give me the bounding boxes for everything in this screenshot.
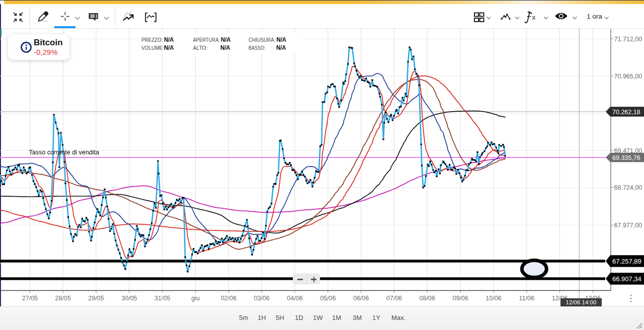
svg-text:07/06: 07/06 <box>386 295 402 302</box>
svg-text:VOLUME:: VOLUME: <box>141 45 164 51</box>
svg-text:Tasso corrente di vendita: Tasso corrente di vendita <box>29 148 100 156</box>
svg-text:BASSO:: BASSO: <box>249 45 266 51</box>
svg-text:28/05: 28/05 <box>55 295 71 302</box>
svg-text:08/06: 08/06 <box>420 295 435 302</box>
svg-text:12/06 14:00: 12/06 14:00 <box>566 299 597 305</box>
svg-text:N/A: N/A <box>277 36 287 43</box>
svg-text:N/A: N/A <box>276 44 286 51</box>
svg-text:05/06: 05/06 <box>320 295 336 302</box>
svg-text:02/06: 02/06 <box>221 295 236 302</box>
svg-text:1 ora: 1 ora <box>587 13 602 20</box>
svg-text:09/06: 09/06 <box>452 295 468 302</box>
svg-text:67.977,00: 67.977,00 <box>614 222 642 229</box>
svg-text:ALTO:: ALTO: <box>193 45 208 51</box>
svg-text:29/05: 29/05 <box>88 295 104 302</box>
svg-text:69.335,76: 69.335,76 <box>612 154 640 161</box>
svg-text:CHIUSURA:: CHIUSURA: <box>249 37 276 43</box>
svg-text:03/06: 03/06 <box>254 295 269 302</box>
svg-text:04/06: 04/06 <box>287 295 302 302</box>
svg-text:30/05: 30/05 <box>121 295 137 302</box>
svg-text:10/06: 10/06 <box>486 295 501 302</box>
svg-text:APERTURA:: APERTURA: <box>193 37 220 43</box>
svg-text:N/A: N/A <box>164 44 174 51</box>
svg-text:N/A: N/A <box>221 36 231 43</box>
svg-text:11/06: 11/06 <box>519 295 534 302</box>
svg-text:giu: giu <box>191 295 200 302</box>
svg-text:N/A: N/A <box>164 36 174 43</box>
svg-text:x: x <box>532 14 536 21</box>
svg-text:06/06: 06/06 <box>353 295 369 302</box>
svg-text:71.712,00: 71.712,00 <box>614 36 642 43</box>
svg-text:68.724,00: 68.724,00 <box>614 184 642 191</box>
svg-text:PREZZO:: PREZZO: <box>141 37 163 43</box>
svg-text:27/05: 27/05 <box>22 295 38 302</box>
svg-text:70.965,00: 70.965,00 <box>614 73 642 80</box>
svg-text:70.262,18: 70.262,18 <box>612 109 640 116</box>
svg-text:67.257,89: 67.257,89 <box>612 258 641 265</box>
svg-text:N/A: N/A <box>220 44 230 51</box>
svg-text:31/05: 31/05 <box>154 295 170 302</box>
svg-text:66.907,34: 66.907,34 <box>612 275 641 283</box>
